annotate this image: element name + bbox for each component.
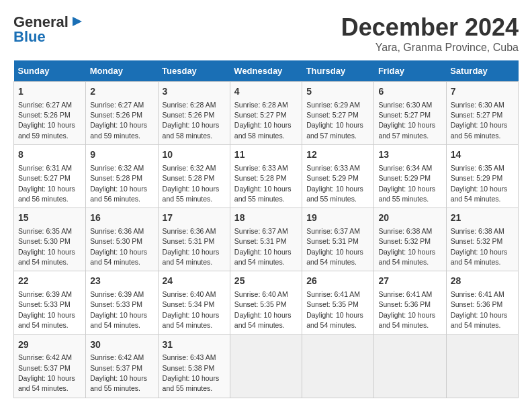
day-number: 25 [234, 275, 298, 288]
sunrise-info: Sunrise: 6:30 AM [378, 101, 432, 109]
sunrise-info: Sunrise: 6:30 AM [451, 101, 504, 109]
day-number: 1 [18, 85, 81, 99]
calendar-cell: 22Sunrise: 6:39 AMSunset: 5:33 PMDayligh… [14, 271, 86, 334]
sunset-info: Sunset: 5:26 PM [18, 111, 71, 119]
daylight-info: Daylight: 10 hours and 55 minutes. [306, 185, 363, 203]
sunrise-info: Sunrise: 6:32 AM [90, 164, 144, 172]
calendar-cell: 29Sunrise: 6:42 AMSunset: 5:37 PMDayligh… [14, 334, 86, 398]
calendar-cell: 27Sunrise: 6:41 AMSunset: 5:36 PMDayligh… [374, 271, 446, 334]
sunrise-info: Sunrise: 6:38 AM [451, 227, 504, 235]
sunset-info: Sunset: 5:30 PM [18, 237, 71, 245]
sunset-info: Sunset: 5:32 PM [451, 237, 503, 245]
sunset-info: Sunset: 5:29 PM [306, 174, 359, 182]
daylight-info: Daylight: 10 hours and 54 minutes. [18, 311, 75, 329]
daylight-info: Daylight: 10 hours and 55 minutes. [90, 374, 147, 392]
sunset-info: Sunset: 5:27 PM [378, 111, 431, 119]
calendar-cell [302, 334, 374, 398]
day-number: 21 [451, 212, 514, 225]
daylight-info: Daylight: 10 hours and 55 minutes. [234, 185, 292, 203]
calendar-cell [446, 334, 518, 398]
sunset-info: Sunset: 5:28 PM [90, 174, 142, 182]
daylight-info: Daylight: 10 hours and 54 minutes. [163, 248, 220, 266]
sunset-info: Sunset: 5:36 PM [451, 300, 503, 308]
calendar-cell: 24Sunrise: 6:40 AMSunset: 5:34 PMDayligh… [158, 271, 230, 334]
daylight-info: Daylight: 10 hours and 54 minutes. [18, 248, 75, 266]
sunset-info: Sunset: 5:27 PM [234, 111, 287, 119]
logo-icon [70, 14, 85, 29]
sunset-info: Sunset: 5:32 PM [378, 237, 431, 245]
day-number: 15 [18, 212, 81, 225]
svg-marker-0 [73, 17, 82, 26]
week-row-1: 1Sunrise: 6:27 AMSunset: 5:26 PMDaylight… [14, 82, 519, 145]
day-number: 27 [378, 275, 441, 288]
calendar-cell: 30Sunrise: 6:42 AMSunset: 5:37 PMDayligh… [86, 334, 158, 398]
sunrise-info: Sunrise: 6:38 AM [378, 227, 432, 235]
sunrise-info: Sunrise: 6:31 AM [18, 164, 72, 172]
calendar-cell: 4Sunrise: 6:28 AMSunset: 5:27 PMDaylight… [230, 82, 302, 145]
daylight-info: Daylight: 10 hours and 56 minutes. [18, 185, 75, 203]
sunrise-info: Sunrise: 6:28 AM [234, 101, 288, 109]
sunset-info: Sunset: 5:28 PM [234, 174, 287, 182]
calendar-cell: 13Sunrise: 6:34 AMSunset: 5:29 PMDayligh… [374, 145, 446, 208]
sunrise-info: Sunrise: 6:40 AM [163, 290, 216, 298]
sunrise-info: Sunrise: 6:35 AM [18, 227, 72, 235]
calendar-cell: 1Sunrise: 6:27 AMSunset: 5:26 PMDaylight… [14, 82, 86, 145]
day-number: 22 [18, 275, 81, 288]
day-number: 7 [451, 85, 514, 99]
calendar-cell: 16Sunrise: 6:36 AMSunset: 5:30 PMDayligh… [86, 208, 158, 271]
day-number: 9 [90, 148, 153, 162]
weekday-sunday: Sunday [14, 60, 86, 82]
daylight-info: Daylight: 10 hours and 55 minutes. [163, 374, 220, 392]
sunset-info: Sunset: 5:38 PM [163, 364, 215, 372]
sunset-info: Sunset: 5:35 PM [306, 300, 359, 308]
sunset-info: Sunset: 5:29 PM [451, 174, 503, 182]
daylight-info: Daylight: 10 hours and 57 minutes. [378, 121, 435, 139]
day-number: 6 [378, 85, 441, 99]
day-number: 28 [451, 275, 514, 288]
sunrise-info: Sunrise: 6:36 AM [90, 227, 144, 235]
day-number: 11 [234, 148, 298, 162]
daylight-info: Daylight: 10 hours and 54 minutes. [306, 311, 363, 329]
calendar-cell: 8Sunrise: 6:31 AMSunset: 5:27 PMDaylight… [14, 145, 86, 208]
calendar-cell: 5Sunrise: 6:29 AMSunset: 5:27 PMDaylight… [302, 82, 374, 145]
sunset-info: Sunset: 5:27 PM [306, 111, 359, 119]
daylight-info: Daylight: 10 hours and 59 minutes. [18, 121, 75, 139]
calendar-cell: 10Sunrise: 6:32 AMSunset: 5:28 PMDayligh… [158, 145, 230, 208]
calendar-cell: 9Sunrise: 6:32 AMSunset: 5:28 PMDaylight… [86, 145, 158, 208]
weekday-friday: Friday [374, 60, 446, 82]
sunrise-info: Sunrise: 6:39 AM [18, 290, 72, 298]
day-number: 26 [306, 275, 369, 288]
calendar-cell: 31Sunrise: 6:43 AMSunset: 5:38 PMDayligh… [158, 334, 230, 398]
sunset-info: Sunset: 5:34 PM [163, 300, 215, 308]
sunset-info: Sunset: 5:35 PM [234, 300, 287, 308]
sunrise-info: Sunrise: 6:37 AM [234, 227, 288, 235]
sunrise-info: Sunrise: 6:29 AM [306, 101, 360, 109]
sunrise-info: Sunrise: 6:41 AM [378, 290, 432, 298]
weekday-wednesday: Wednesday [230, 60, 302, 82]
title-section: December 2024 Yara, Granma Province, Cub… [341, 13, 519, 54]
week-row-4: 22Sunrise: 6:39 AMSunset: 5:33 PMDayligh… [14, 271, 519, 334]
week-row-5: 29Sunrise: 6:42 AMSunset: 5:37 PMDayligh… [14, 334, 519, 398]
sunset-info: Sunset: 5:28 PM [163, 174, 215, 182]
weekday-monday: Monday [86, 60, 158, 82]
sunset-info: Sunset: 5:31 PM [306, 237, 359, 245]
week-row-3: 15Sunrise: 6:35 AMSunset: 5:30 PMDayligh… [14, 208, 519, 271]
sunrise-info: Sunrise: 6:33 AM [234, 164, 288, 172]
sunrise-info: Sunrise: 6:43 AM [163, 353, 216, 361]
sunrise-info: Sunrise: 6:27 AM [90, 101, 144, 109]
day-number: 24 [163, 275, 226, 288]
calendar-cell: 28Sunrise: 6:41 AMSunset: 5:36 PMDayligh… [446, 271, 518, 334]
calendar-table: SundayMondayTuesdayWednesdayThursdayFrid… [13, 60, 519, 398]
logo: General Blue [13, 13, 85, 46]
weekday-thursday: Thursday [302, 60, 374, 82]
weekday-tuesday: Tuesday [158, 60, 230, 82]
day-number: 31 [163, 338, 226, 352]
day-number: 3 [163, 85, 226, 99]
week-row-2: 8Sunrise: 6:31 AMSunset: 5:27 PMDaylight… [14, 145, 519, 208]
calendar-cell: 23Sunrise: 6:39 AMSunset: 5:33 PMDayligh… [86, 271, 158, 334]
day-number: 29 [18, 338, 81, 352]
sunrise-info: Sunrise: 6:36 AM [163, 227, 216, 235]
daylight-info: Daylight: 10 hours and 54 minutes. [378, 311, 435, 329]
calendar-cell: 14Sunrise: 6:35 AMSunset: 5:29 PMDayligh… [446, 145, 518, 208]
daylight-info: Daylight: 10 hours and 54 minutes. [234, 248, 292, 266]
